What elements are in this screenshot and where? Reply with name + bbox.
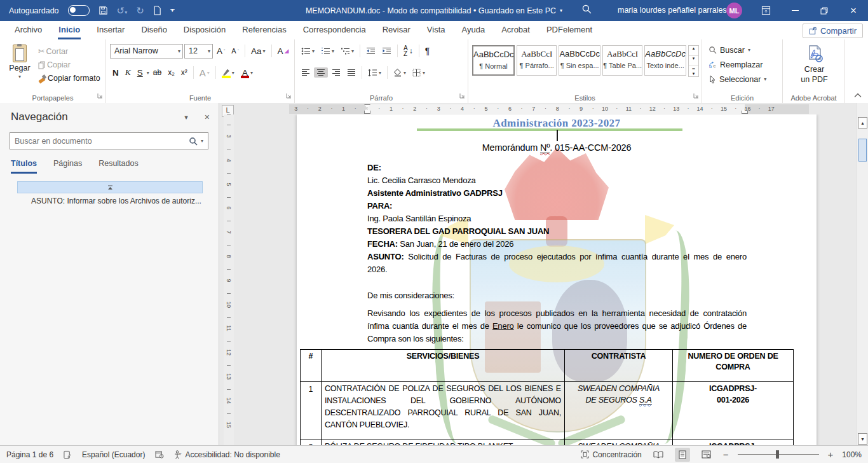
tab-pdfelement[interactable]: PDFelement [538,21,600,39]
style-texto-independiente[interactable]: AaBbCcDc Texto inde... [644,45,686,76]
highlight-button[interactable]: ▾ [219,67,237,79]
cut-button[interactable]: ✂ Cortar [36,45,103,57]
collapse-ribbon-icon[interactable] [854,89,862,100]
new-document-icon[interactable] [153,6,161,15]
memo-header-block[interactable]: DE: Lic. Cecilia Carrasco Mendoza Asiste… [367,162,747,276]
save-icon[interactable] [98,6,108,15]
accessibility-status[interactable]: ? Accesibilidad: No disponible [174,450,280,459]
scrollbar-thumb[interactable] [858,139,867,162]
customize-qat-icon[interactable]: ▾ [170,9,175,12]
increase-indent-button[interactable] [379,46,394,57]
tab-correspondencia[interactable]: Correspondencia [295,21,374,39]
navpane-tab-resultados[interactable]: Resultados [98,159,139,174]
search-icon[interactable] [581,4,592,17]
portapapeles-dialog-launcher-icon[interactable] [97,90,103,101]
align-right-button[interactable] [329,67,343,78]
strikethrough-button[interactable]: ab [151,67,164,78]
restore-button[interactable] [810,0,839,21]
styles-gallery-more-icon[interactable]: ≂▾ [689,66,698,76]
select-button[interactable]: Seleccionar ▾ [706,72,780,86]
style-normal[interactable]: AaBbCcDc ¶ Normal [472,45,515,76]
zoom-in-button[interactable]: + [828,449,834,460]
show-marks-button[interactable]: ¶ [423,45,433,57]
scroll-down-icon[interactable]: ▾ [858,433,867,445]
navpane-search-chevron-icon[interactable]: ▾ [201,138,203,144]
justify-button[interactable] [344,67,358,78]
numbering-button[interactable]: ▾ [318,46,337,57]
document-page[interactable]: Administración 2023-2027 Memorándum Nº. … [297,114,817,445]
body-paragraph[interactable]: Revisando los expedientes de los proceso… [367,307,747,345]
decrease-indent-button[interactable] [363,46,378,57]
font-size-combo[interactable]: 12 ▾ [184,44,213,59]
focus-mode-button[interactable]: Concentración [581,450,641,459]
find-button[interactable]: Buscar ▾ [706,43,780,57]
navpane-selected-heading[interactable] [17,181,203,193]
ribbon-display-options-icon[interactable] [753,0,778,21]
read-mode-button[interactable] [651,448,666,462]
superscript-button[interactable]: x² [179,67,190,78]
table-row[interactable]: 1 CONTRATACIÓN DE POLIZA DE SEGUROS DEL … [301,382,794,439]
navpane-search-icon[interactable] [189,137,198,146]
vertical-scrollbar[interactable]: ▴ ▾ [857,103,868,445]
zoom-slider-thumb[interactable] [776,450,779,459]
replace-button[interactable]: cb Reemplazar [706,57,780,72]
estilos-dialog-launcher-icon[interactable] [693,90,699,101]
navpane-heading-item[interactable]: ASUNTO: Informar sobre los Archivos de a… [0,197,219,205]
share-button[interactable]: Compartir [803,24,863,38]
history-icon[interactable] [155,450,164,459]
bullets-button[interactable]: ▾ [299,46,317,57]
align-center-button[interactable] [314,67,328,78]
line-spacing-button[interactable]: ▾ [365,67,384,78]
create-pdf-button[interactable]: Crear un PDF [787,43,842,84]
tab-referencias[interactable]: Referencias [234,21,294,39]
multilevel-list-button[interactable]: ▾ [338,46,356,57]
close-button[interactable]: × [839,0,868,21]
clear-formatting-button[interactable]: A◢ [275,45,292,57]
tab-ayuda[interactable]: Ayuda [453,21,493,39]
minimize-button[interactable] [780,0,810,21]
tab-vista[interactable]: Vista [419,21,454,39]
font-name-combo[interactable]: Arial Narrow ▾ [110,44,183,59]
print-layout-button[interactable] [675,448,690,462]
language-indicator[interactable]: Español (Ecuador) [82,450,145,459]
table-row[interactable]: 2 PÓLIZA DE SEGURO DE FIDELIDAD TIPO BLA… [301,439,794,446]
letterhead-title[interactable]: Administración 2023-2027 [297,117,817,130]
tab-acrobat[interactable]: Acrobat [493,21,538,39]
bold-button[interactable]: N [110,67,121,79]
zoom-out-button[interactable]: − [723,449,729,460]
sort-button[interactable]: AZ↓ [401,44,416,58]
tab-inicio[interactable]: Inicio [50,21,88,39]
shading-button[interactable]: ▾ [391,67,409,78]
tab-disposicion[interactable]: Disposición [175,21,234,39]
format-painter-button[interactable]: Copiar formato [36,73,103,84]
navpane-close-icon[interactable]: × [205,112,210,122]
shrink-font-button[interactable]: Aˇ [229,46,241,56]
redo-icon[interactable]: ↻ [136,5,144,17]
style-table-paragraph[interactable]: AaBbCcI ¶ Table Pa... [602,45,642,76]
scroll-up-icon[interactable]: ▴ [858,117,867,128]
grow-font-button[interactable]: Aˆ [214,45,227,57]
proofing-icon[interactable] [64,450,72,459]
underline-button[interactable]: S [135,67,146,79]
borders-button[interactable]: ▾ [410,67,428,78]
undo-icon[interactable]: ↺▾ [117,5,128,17]
tab-revisar[interactable]: Revisar [374,21,419,39]
memo-number-line[interactable]: Memorándum Nº. 015-AA-CCM-2026 [297,141,817,154]
navpane-tab-titulos[interactable]: Títulos [11,159,37,174]
salutation[interactable]: De mis consideraciones: [367,289,454,302]
tab-insertar[interactable]: Insertar [88,21,133,39]
fuente-dialog-launcher-icon[interactable] [286,90,292,101]
underline-chevron-icon[interactable]: ▾ [147,70,149,76]
copy-button[interactable]: Copiar [36,59,103,71]
zoom-level[interactable]: 100% [842,450,862,459]
navpane-search-input[interactable]: Buscar en documento ▾ [10,132,208,149]
tab-archivo[interactable]: Archivo [6,21,50,39]
user-name[interactable]: maria lourdes peñafiel parrales [618,6,727,15]
navpane-tab-paginas[interactable]: Páginas [53,159,82,174]
tab-diseno[interactable]: Diseño [133,21,175,39]
change-case-button[interactable]: Aa▾ [248,45,268,57]
subscript-button[interactable]: x₂ [165,67,177,78]
navpane-chevron-icon[interactable]: ▾ [184,113,188,121]
styles-scroll-down-icon[interactable]: ▾ [689,56,698,66]
align-left-button[interactable] [299,67,313,78]
